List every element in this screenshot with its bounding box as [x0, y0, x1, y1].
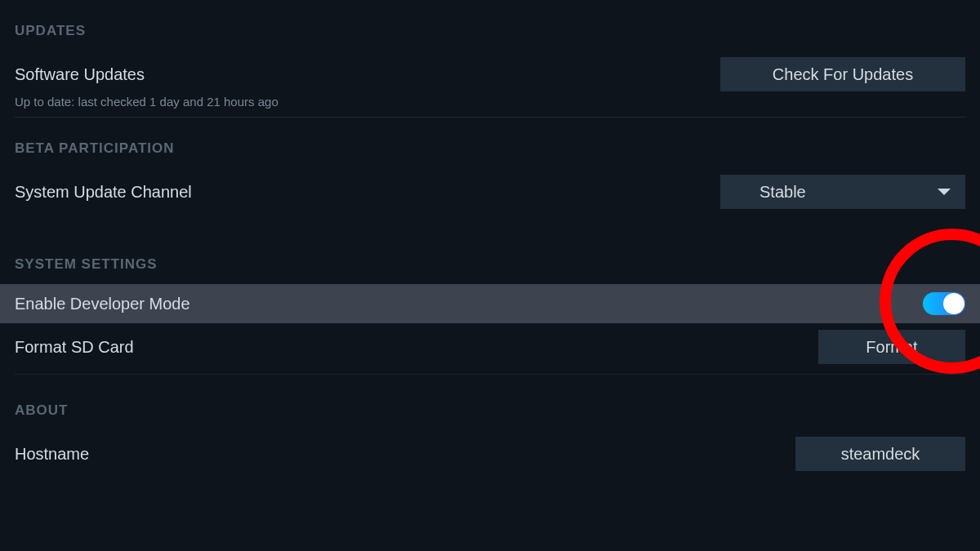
developer-mode-label: Enable Developer Mode [15, 295, 190, 313]
format-sd-label: Format SD Card [15, 338, 134, 357]
hostname-value-button[interactable]: steamdeck [795, 437, 965, 471]
format-sd-row: Format SD Card Format [15, 323, 965, 371]
settings-page: UPDATES Software Updates Check For Updat… [0, 0, 980, 551]
update-channel-select[interactable]: Stable [720, 175, 965, 209]
hostname-row: Hostname steamdeck [15, 430, 965, 478]
about-section-header: ABOUT [15, 402, 965, 419]
developer-mode-toggle[interactable] [923, 292, 965, 315]
update-channel-value: Stable [760, 183, 938, 202]
divider [15, 117, 965, 118]
chevron-down-icon [938, 189, 951, 195]
update-channel-row: System Update Channel Stable [15, 168, 965, 216]
hostname-label: Hostname [15, 445, 89, 464]
toggle-knob [943, 293, 964, 314]
check-for-updates-button[interactable]: Check For Updates [720, 57, 965, 91]
system-settings-section-header: SYSTEM SETTINGS [15, 256, 965, 273]
format-sd-button[interactable]: Format [818, 330, 965, 364]
software-updates-label: Software Updates [15, 65, 145, 84]
software-updates-row: Software Updates Check For Updates [15, 51, 965, 98]
update-channel-label: System Update Channel [15, 183, 192, 202]
developer-mode-row[interactable]: Enable Developer Mode [0, 284, 980, 323]
beta-section-header: BETA PARTICIPATION [15, 140, 965, 157]
updates-section-header: UPDATES [15, 23, 965, 39]
